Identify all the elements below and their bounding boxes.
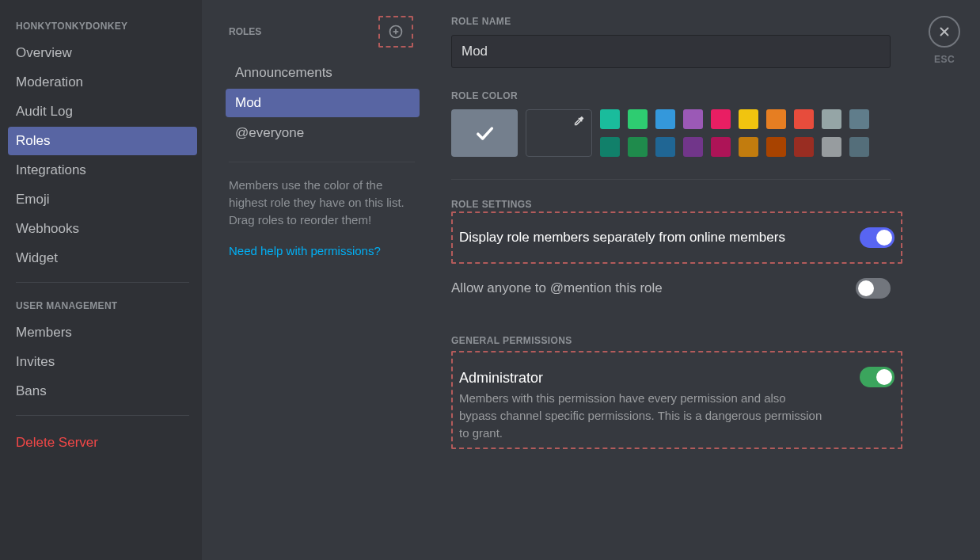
toggle-allow-mention[interactable] <box>856 278 891 299</box>
color-swatch[interactable] <box>711 109 731 129</box>
sidebar-item-roles[interactable]: Roles <box>8 127 197 155</box>
plus-circle-icon <box>388 24 404 40</box>
role-item-mod[interactable]: Mod <box>226 89 420 117</box>
color-swatch[interactable] <box>822 109 841 129</box>
color-swatch[interactable] <box>683 109 703 129</box>
close-area: ESC <box>909 0 980 560</box>
permissions-help-link[interactable]: Need help with permissions? <box>226 244 420 257</box>
general-permissions-label: GENERAL PERMISSIONS <box>451 335 901 346</box>
sidebar-item-webhooks[interactable]: Webhooks <box>8 215 197 243</box>
color-swatch[interactable] <box>794 109 814 129</box>
color-swatch[interactable] <box>794 137 814 157</box>
color-swatch[interactable] <box>766 137 786 157</box>
permission-administrator-title: Administrator <box>459 370 823 387</box>
roles-divider <box>229 162 415 162</box>
check-icon <box>473 122 496 144</box>
color-swatch[interactable] <box>739 109 758 129</box>
sidebar-separator <box>16 282 189 283</box>
highlight-administrator-permission: Administrator Members with this permissi… <box>451 351 902 449</box>
role-editor: ROLE NAME ROLE COLOR ROLE SETTINGS Displ… <box>427 0 909 560</box>
settings-sidebar: HONKYTONKYDONKEY OverviewModerationAudit… <box>0 0 202 560</box>
color-swatch[interactable] <box>849 137 869 157</box>
close-icon <box>937 25 952 39</box>
setting-allow-mention-label: Allow anyone to @mention this role <box>451 280 663 296</box>
sidebar-item-moderation[interactable]: Moderation <box>8 68 197 97</box>
delete-server-button[interactable]: Delete Server <box>8 429 197 457</box>
sidebar-separator <box>16 415 189 416</box>
toggle-administrator[interactable] <box>860 367 895 387</box>
default-color-swatch[interactable] <box>451 109 518 157</box>
server-name-header: HONKYTONKYDONKEY <box>8 16 197 38</box>
color-swatch[interactable] <box>739 137 758 157</box>
color-swatch[interactable] <box>822 137 841 157</box>
sidebar-item-audit-log[interactable]: Audit Log <box>8 97 197 126</box>
sidebar-item-bans[interactable]: Bans <box>8 377 197 406</box>
color-swatch[interactable] <box>683 137 703 157</box>
sidebar-item-invites[interactable]: Invites <box>8 348 197 376</box>
add-role-button[interactable] <box>378 16 413 48</box>
color-swatch[interactable] <box>628 109 648 129</box>
close-esc-label: ESC <box>934 54 955 65</box>
role-item-everyone[interactable]: @everyone <box>226 119 420 147</box>
color-swatch[interactable] <box>849 109 869 129</box>
sidebar-item-members[interactable]: Members <box>8 318 197 347</box>
color-swatch[interactable] <box>655 109 675 129</box>
toggle-display-separately[interactable] <box>860 227 895 248</box>
role-name-label: ROLE NAME <box>451 16 901 27</box>
role-color-label: ROLE COLOR <box>451 90 901 101</box>
role-settings-label: ROLE SETTINGS <box>451 199 901 210</box>
user-management-header: USER MANAGEMENT <box>8 295 197 318</box>
color-swatch[interactable] <box>655 137 675 157</box>
roles-help-text: Members use the color of the highest rol… <box>226 177 420 228</box>
color-swatch[interactable] <box>628 137 648 157</box>
role-name-input[interactable] <box>451 35 891 68</box>
color-swatch[interactable] <box>766 109 786 129</box>
color-swatch-grid <box>600 109 869 157</box>
color-swatch[interactable] <box>600 137 620 157</box>
sidebar-item-overview[interactable]: Overview <box>8 39 197 67</box>
setting-display-separately-label: Display role members separately from onl… <box>459 230 785 246</box>
divider <box>451 179 891 180</box>
eyedropper-icon <box>572 115 585 131</box>
roles-column: ROLES AnnouncementsMod@everyone Members … <box>202 0 427 560</box>
roles-header-label: ROLES <box>229 26 261 37</box>
sidebar-item-emoji[interactable]: Emoji <box>8 185 197 214</box>
color-swatch[interactable] <box>711 137 731 157</box>
color-swatch[interactable] <box>600 109 620 129</box>
permission-administrator-desc: Members with this permission have every … <box>459 390 823 441</box>
highlight-display-separately: Display role members separately from onl… <box>451 211 902 264</box>
close-button[interactable] <box>929 16 960 48</box>
role-item-announcements[interactable]: Announcements <box>226 59 420 87</box>
custom-color-picker[interactable] <box>526 109 592 157</box>
sidebar-item-integrations[interactable]: Integrations <box>8 156 197 185</box>
sidebar-item-widget[interactable]: Widget <box>8 244 197 272</box>
